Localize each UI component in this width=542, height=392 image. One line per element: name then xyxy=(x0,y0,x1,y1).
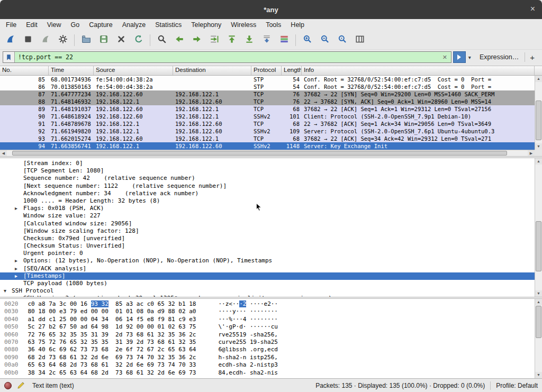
scroll-thumb[interactable] xyxy=(12,151,507,156)
menu-analyze[interactable]: Analyze xyxy=(118,20,150,30)
detail-line[interactable]: Urgent pointer: 0 xyxy=(0,250,535,257)
scroll-thumb[interactable] xyxy=(536,306,541,338)
scroll-down-icon[interactable]: ▼ xyxy=(535,143,542,150)
detail-line[interactable]: Sequence number: 42 (relative sequence n… xyxy=(0,175,535,182)
detail-line[interactable]: Checksum: 0x79ed [unverified] xyxy=(0,235,535,242)
packet-row-88[interactable]: 8871.648146932192.168.122.1192.168.122.6… xyxy=(0,98,535,105)
display-filter-input[interactable]: !tcp.port == 22 xyxy=(15,53,439,61)
go-to-packet-button[interactable] xyxy=(205,32,223,48)
detail-line[interactable]: ▸SSH Version 2 (encryption:chacha20-poly… xyxy=(0,295,535,297)
menu-file[interactable]: File xyxy=(1,20,21,30)
filter-clear-button[interactable]: ✕ xyxy=(439,54,451,61)
hex-row[interactable]: 0040a1 dd c1 25 00 00 04 34 06 14 f5 e8 … xyxy=(0,316,535,323)
column-header-len[interactable]: Length xyxy=(282,66,302,75)
packet-row-90[interactable]: 9071.648618924192.168.122.60192.168.122.… xyxy=(0,113,535,120)
menu-capture[interactable]: Capture xyxy=(84,20,117,30)
packet-list-hscrollbar[interactable]: ◀ ▶ xyxy=(0,150,535,156)
title-bar[interactable]: *any × xyxy=(0,0,542,19)
detail-line[interactable]: [Window size scaling factor: 128] xyxy=(0,227,535,235)
scroll-thumb[interactable] xyxy=(536,101,541,140)
detail-line[interactable]: [Next sequence number: 1122 (relative se… xyxy=(0,183,535,190)
open-file-button[interactable] xyxy=(77,32,95,48)
filter-bookmark-button[interactable] xyxy=(3,52,15,62)
capture-comment-icon[interactable] xyxy=(17,381,25,389)
menu-view[interactable]: View xyxy=(42,20,66,30)
detail-line[interactable]: ▾SSH Protocol xyxy=(0,287,535,295)
zoom-in-button[interactable] xyxy=(299,32,316,48)
menu-tools[interactable]: Tools xyxy=(261,20,286,30)
detail-line[interactable]: Acknowledgment number: 34 (relative ack … xyxy=(0,190,535,197)
detail-line[interactable]: ▸[SEQ/ACK analysis] xyxy=(0,265,535,272)
scroll-track[interactable] xyxy=(535,82,542,143)
go-forward-button[interactable] xyxy=(188,32,205,48)
hex-row[interactable]: 006072 76 65 32 35 35 31 39 2d 73 68 61 … xyxy=(0,331,535,339)
scroll-left-icon[interactable]: ◀ xyxy=(0,150,7,156)
packet-row-92[interactable]: 9271.661949820192.168.122.1192.168.122.6… xyxy=(0,127,535,135)
filter-add-button[interactable]: + xyxy=(525,53,539,62)
collapsed-arrow-icon[interactable]: ▸ xyxy=(15,265,17,272)
menu-go[interactable]: Go xyxy=(66,20,85,30)
scroll-thumb[interactable] xyxy=(536,221,541,271)
scroll-down-icon[interactable]: ▼ xyxy=(535,372,542,378)
close-file-button[interactable] xyxy=(112,32,130,48)
detail-line[interactable]: ▸[Timestamps] xyxy=(0,272,535,280)
scroll-down-icon[interactable]: ▼ xyxy=(535,290,542,297)
go-last-button[interactable] xyxy=(240,32,258,48)
reload-button[interactable] xyxy=(130,32,147,48)
detail-line[interactable]: [TCP Segment Len: 1080] xyxy=(0,167,535,175)
packet-list-vscrollbar[interactable]: ▲ ▼ xyxy=(535,76,542,150)
expert-info-icon[interactable] xyxy=(4,382,12,389)
packet-row-86[interactable]: 8670.013850163fe:54:00:d4:38:2aSTP54Conf… xyxy=(0,83,535,90)
scroll-right-icon[interactable]: ▶ xyxy=(528,150,535,156)
column-header-proto[interactable]: Protocol xyxy=(251,66,282,75)
column-header-no[interactable]: No. xyxy=(0,66,49,75)
packet-row-91[interactable]: 9171.648789678192.168.122.1192.168.122.6… xyxy=(0,120,535,127)
collapsed-arrow-icon[interactable]: ▸ xyxy=(15,257,17,265)
column-header-info[interactable]: Info xyxy=(302,66,535,75)
collapsed-arrow-icon[interactable]: ▸ xyxy=(15,272,17,280)
expression-button[interactable]: Expression… xyxy=(474,53,525,61)
window-close-button[interactable]: × xyxy=(530,4,535,14)
detail-line[interactable]: TCP payload (1080 bytes) xyxy=(0,280,535,287)
menu-help[interactable]: Help xyxy=(286,20,309,30)
start-capture-button[interactable] xyxy=(2,32,19,48)
hex-row[interactable]: 009068 2d 73 68 61 32 2d 6e 69 73 74 70 … xyxy=(0,354,535,361)
menu-wireless[interactable]: Wireless xyxy=(226,20,261,30)
details-vscrollbar[interactable]: ▲ ▼ xyxy=(535,158,542,297)
column-header-dest[interactable]: Destination xyxy=(173,66,251,75)
auto-scroll-button[interactable] xyxy=(258,32,275,48)
hex-row[interactable]: 008036 40 6c 69 62 73 73 68 2e 6f 72 67 … xyxy=(0,346,535,353)
menu-edit[interactable]: Edit xyxy=(21,20,42,30)
hex-row[interactable]: 00b038 34 2c 65 63 64 68 2d 73 68 61 32 … xyxy=(0,369,535,377)
packet-row-85[interactable]: 8568.001734936fe:54:00:d4:38:2aSTP54Conf… xyxy=(0,76,535,83)
scroll-up-icon[interactable]: ▲ xyxy=(535,299,542,305)
status-profile[interactable]: Profile: Default xyxy=(496,382,538,389)
detail-line[interactable]: ▸Options: (12 bytes), No-Operation (NOP)… xyxy=(0,257,535,265)
menu-statistics[interactable]: Statistics xyxy=(150,20,186,30)
packet-row-94[interactable]: 9471.663856741192.168.122.1192.168.122.6… xyxy=(0,142,535,150)
zoom-reset-button[interactable] xyxy=(333,32,351,48)
packet-row-89[interactable]: 8971.648191037192.168.122.60192.168.122.… xyxy=(0,105,535,113)
stop-capture-button[interactable] xyxy=(19,32,37,48)
scroll-up-icon[interactable]: ▲ xyxy=(535,76,542,82)
hex-row[interactable]: 003080 18 00 e3 79 ed 00 00 01 01 08 0a … xyxy=(0,308,535,315)
restart-capture-button[interactable] xyxy=(37,32,54,48)
detail-line[interactable]: [Checksum Status: Unverified] xyxy=(0,242,535,250)
find-packet-button[interactable] xyxy=(153,32,170,48)
packet-row-93[interactable]: 9371.662015274192.168.122.60192.168.122.… xyxy=(0,135,535,142)
collapsed-arrow-icon[interactable]: ▸ xyxy=(15,295,17,297)
hex-row[interactable]: 007063 75 72 76 65 32 35 35 31 39 2d 73 … xyxy=(0,339,535,346)
bytes-vscrollbar[interactable]: ▲ ▼ xyxy=(535,299,542,378)
go-first-button[interactable] xyxy=(223,32,240,48)
detail-line[interactable]: Window size value: 227 xyxy=(0,212,535,220)
packet-row-87[interactable]: 8771.647777234192.168.122.60192.168.122.… xyxy=(0,90,535,98)
scroll-track[interactable] xyxy=(7,150,528,156)
scroll-up-icon[interactable]: ▲ xyxy=(535,158,542,165)
hex-row[interactable]: 00a065 63 64 68 2d 73 68 61 32 2d 6e 69 … xyxy=(0,361,535,369)
detail-line[interactable]: [Stream index: 0] xyxy=(0,160,535,167)
scroll-track[interactable] xyxy=(535,305,542,372)
filter-history-dropdown[interactable]: ▾ xyxy=(466,54,474,60)
hex-row[interactable]: 0020c0 a8 7a 3c 00 16 93 32 85 a3 ac c0 … xyxy=(0,300,535,308)
collapsed-arrow-icon[interactable]: ▸ xyxy=(15,205,17,212)
go-back-button[interactable] xyxy=(170,32,188,48)
